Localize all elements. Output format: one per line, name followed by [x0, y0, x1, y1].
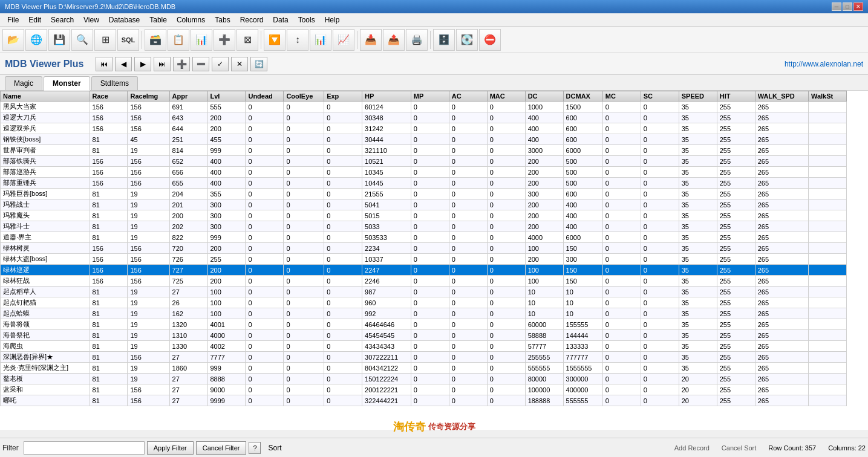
nav-next[interactable]: ▶ [134, 57, 151, 71]
nav-refresh[interactable]: 🔄 [250, 57, 267, 71]
menu-view[interactable]: View [79, 15, 104, 25]
col-raceimg[interactable]: RaceImg [128, 91, 169, 102]
nav-prev[interactable]: ◀ [115, 57, 132, 71]
col-ac[interactable]: AC [449, 91, 487, 102]
tb-print[interactable]: 🖨️ [406, 29, 428, 51]
col-mac[interactable]: MAC [487, 91, 525, 102]
table-row[interactable]: 绿林巡逻156156727200000224700010015000352552… [1, 265, 847, 276]
menu-search[interactable]: Search [46, 15, 79, 25]
table-row[interactable]: 起点蛤蟆811916210000099200010100035255265 [1, 308, 847, 319]
col-mp[interactable]: MP [411, 91, 449, 102]
table-row[interactable]: 海兽将领811913204001000464646460006000015555… [1, 319, 847, 330]
col-name[interactable]: Name [1, 91, 90, 102]
table-row[interactable]: 玛雅巨兽[boss]811920435500021555000300600003… [1, 189, 847, 199]
tb-stop[interactable]: ⛔ [479, 29, 501, 51]
menu-help[interactable]: Help [320, 15, 345, 25]
table-row[interactable]: 起点钉耙猫81192610000096000010100035255265 [1, 297, 847, 308]
nav-save2[interactable]: ✓ [212, 57, 229, 71]
nav-add[interactable]: ➕ [173, 57, 190, 71]
nav-last[interactable]: ⏭ [154, 57, 171, 71]
nav-cancel[interactable]: ✕ [231, 57, 248, 71]
tb-search[interactable]: 🔍 [71, 29, 93, 51]
tb-export[interactable]: 📤 [383, 29, 405, 51]
table-row[interactable]: 玛雅斗士811920230000050330002004000035255265 [1, 221, 847, 232]
col-hit[interactable]: HIT [717, 91, 755, 102]
menu-tools[interactable]: Tools [293, 15, 320, 25]
table-row[interactable]: 道器·界主81198229990005035330004000600000352… [1, 232, 847, 243]
cell-12-1: 81 [90, 232, 128, 243]
col-cooleye[interactable]: CoolEye [284, 91, 324, 102]
menu-tabs[interactable]: Tabs [210, 15, 235, 25]
maximize-button[interactable]: □ [843, 2, 852, 11]
table-row[interactable]: 绿林狂战156156725200000224600010015000352552… [1, 276, 847, 287]
tb-table[interactable]: 🗃️ [145, 29, 166, 51]
menu-columns[interactable]: Columns [172, 15, 210, 25]
col-race[interactable]: Race [90, 91, 128, 102]
tb-sql[interactable]: SQL [117, 29, 139, 51]
table-row[interactable]: 海兽祭祀811913104000000454545450005888814444… [1, 330, 847, 341]
table-row[interactable]: 起点稻草人81192710000098700010100035255265 [1, 287, 847, 297]
tb-save[interactable]: 💾 [48, 29, 70, 51]
table-row[interactable]: 世界审判者81198149990003211100003000600000352… [1, 145, 847, 156]
menu-record[interactable]: Record [235, 15, 269, 25]
table-row[interactable]: 巡逻双斧兵15615664420000031242000400600003525… [1, 123, 847, 134]
col-lvl[interactable]: Lvl [207, 91, 246, 102]
tb-table2[interactable]: 📋 [168, 29, 189, 51]
tb-db[interactable]: 🗄️ [433, 29, 455, 51]
tb-del-row[interactable]: ⊠ [237, 29, 258, 51]
col-walkst[interactable]: WalkSt [808, 91, 846, 102]
col-undead[interactable]: Undead [246, 91, 284, 102]
nav-first[interactable]: ⏮ [96, 57, 113, 71]
table-row[interactable]: 深渊恶兽[异界]★8115627777700030722221100025555… [1, 352, 847, 363]
col-mc[interactable]: MC [602, 91, 641, 102]
table-row[interactable]: 玛雅战士811920130000050410002004000035255265 [1, 199, 847, 210]
minimize-button[interactable]: ─ [832, 2, 841, 11]
table-row[interactable]: 部落铁骑兵15615665240000010521000200500003525… [1, 156, 847, 167]
table-row[interactable]: 绿林大盗[boss]156156726255000103370002003000… [1, 254, 847, 265]
menu-edit[interactable]: Edit [24, 15, 46, 25]
tb-add-row[interactable]: ➕ [214, 29, 235, 51]
col-dcmax[interactable]: DCMAX [563, 91, 602, 102]
nav-delete[interactable]: ➖ [192, 57, 209, 71]
tab-stditems[interactable]: StdItems [91, 76, 138, 90]
menu-file[interactable]: File [2, 15, 24, 25]
col-walk_spd[interactable]: WALK_SPD [755, 91, 808, 102]
tb-sort[interactable]: ↕ [287, 29, 308, 51]
col-dc[interactable]: DC [525, 91, 563, 102]
menu-table[interactable]: Table [145, 15, 172, 25]
cell-23-14: 0 [602, 352, 641, 363]
table-row[interactable]: 黑风大当家15615669155500060124000100015000035… [1, 102, 847, 112]
tb-table3[interactable]: 📊 [191, 29, 212, 51]
tb-excel[interactable]: 📊 [310, 29, 331, 51]
tb-browse[interactable]: 🌐 [25, 29, 47, 51]
table-row[interactable]: 光炎·克里特[深渊之主]8119186099900080434212200055… [1, 363, 847, 374]
tb-grid[interactable]: ⊞ [94, 29, 116, 51]
table-row[interactable]: 钢铁侠[boss]8145251455000304440004006000035… [1, 134, 847, 145]
table-row[interactable]: 哪吒81156279999000322444221000188888555555… [1, 395, 847, 406]
table-row[interactable]: 绿林树灵156156720200000223400010015000352552… [1, 243, 847, 254]
col-hp[interactable]: HP [362, 91, 411, 102]
tb-import[interactable]: 📥 [360, 29, 382, 51]
tb-chart[interactable]: 📈 [333, 29, 354, 51]
col-sc[interactable]: SC [641, 91, 679, 102]
table-row[interactable]: 玛雅魔头811920030000050150002004000035255265 [1, 210, 847, 221]
menu-data[interactable]: Data [268, 15, 293, 25]
website-link[interactable]: http://www.alexnolan.net [785, 60, 863, 68]
menu-database[interactable]: Database [104, 15, 145, 25]
close-button[interactable]: ✕ [853, 2, 863, 11]
table-row[interactable]: 蓝采和8115627900000020012222100010000040000… [1, 384, 847, 395]
table-container[interactable]: NameRaceRaceImgApprLvlUndeadCoolEyeExpHP… [0, 91, 868, 430]
col-appr[interactable]: Appr [169, 91, 207, 102]
table-row[interactable]: 鳌老板8119278888000150122224000800003000000… [1, 374, 847, 384]
col-exp[interactable]: Exp [324, 91, 362, 102]
tb-open[interactable]: 📂 [2, 29, 24, 51]
table-row[interactable]: 部落重锤兵15615665540000010445000200500003525… [1, 178, 847, 189]
table-row[interactable]: 部落巡游兵15615665640000010345000200500003525… [1, 167, 847, 178]
col-speed[interactable]: SPEED [679, 91, 717, 102]
tab-magic[interactable]: Magic [5, 76, 42, 90]
table-row[interactable]: 巡逻大刀兵15615664320000030348000400600003525… [1, 112, 847, 123]
table-row[interactable]: 海爬虫8119133040020004343434300057777133333… [1, 341, 847, 352]
tab-monster[interactable]: Monster [44, 76, 90, 91]
tb-db2[interactable]: 💽 [456, 29, 478, 51]
tb-filter[interactable]: 🔽 [264, 29, 286, 51]
